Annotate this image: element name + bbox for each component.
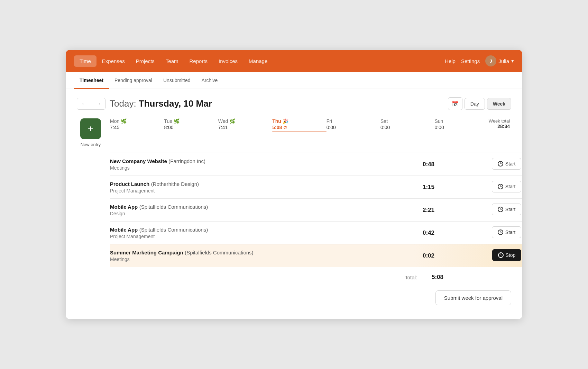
entry-task-4: Project Management xyxy=(110,234,395,239)
start-button-1[interactable]: Start xyxy=(492,158,522,170)
tab-unsubmitted[interactable]: Unsubmitted xyxy=(158,72,196,89)
tab-archive[interactable]: Archive xyxy=(196,72,223,89)
entry-task-1: Meetings xyxy=(110,165,395,171)
date-nav: ← → Today: Thursday, 10 Mar 📅 Day Week xyxy=(77,97,511,110)
week-total-value: 28:34 xyxy=(489,124,510,129)
clock-icon-stop xyxy=(498,252,504,258)
day-name-tue: Tue 🌿 xyxy=(164,118,218,124)
entry-project-5: Summer Marketing Campaign xyxy=(110,250,183,255)
table-row: Mobile App (Spitalfields Communications)… xyxy=(110,222,522,244)
entry-info-2: Product Launch (Rotherhithe Design) Proj… xyxy=(110,176,395,199)
stop-label: Stop xyxy=(506,252,516,258)
nav-item-team[interactable]: Team xyxy=(160,55,184,67)
entry-project-4: Mobile App xyxy=(110,227,138,233)
week-view-button[interactable]: Week xyxy=(487,98,511,110)
clock-icon xyxy=(498,207,503,212)
start-label-2: Start xyxy=(505,184,516,189)
entry-task-5: Meetings xyxy=(110,256,395,262)
date-nav-left: ← → Today: Thursday, 10 Mar xyxy=(77,98,212,110)
entry-actions-3: Start Edit xyxy=(440,199,522,222)
next-week-button[interactable]: → xyxy=(91,98,105,109)
view-toggle: 📅 Day Week xyxy=(448,97,511,110)
nav-items: Time Expenses Projects Team Reports Invo… xyxy=(74,55,445,67)
day-hours-tue: 8:00 xyxy=(164,125,218,130)
start-label-1: Start xyxy=(505,161,516,166)
entry-project-1: New Company Website xyxy=(110,158,167,164)
top-nav: Time Expenses Projects Team Reports Invo… xyxy=(66,50,522,72)
stop-button[interactable]: Stop xyxy=(492,249,522,261)
entry-actions-5: Stop Edit xyxy=(440,244,522,267)
day-name-fri: Fri xyxy=(327,118,380,124)
sub-tabs: Timesheet Pending approval Unsubmitted A… xyxy=(66,72,522,89)
clock-icon xyxy=(498,230,503,235)
total-value: 5:08 xyxy=(423,274,443,281)
entry-project-2: Product Launch xyxy=(110,181,149,187)
day-col-wed: Wed 🌿 7:41 xyxy=(218,118,272,132)
week-total-label: Week total xyxy=(489,118,510,124)
help-link[interactable]: Help xyxy=(445,58,456,64)
day-name-mon: Mon 🌿 xyxy=(110,118,164,124)
plus-button[interactable]: + xyxy=(80,118,101,139)
entry-info-1: New Company Website (Farringdon Inc) Mee… xyxy=(110,153,395,176)
prev-week-button[interactable]: ← xyxy=(77,98,91,109)
day-hours-sun: 0:00 xyxy=(434,125,488,130)
entry-client-4: (Spitalfields Communications) xyxy=(139,227,208,233)
day-col-mon: Mon 🌿 7:45 xyxy=(110,118,164,132)
week-total-col: Week total 28:34 xyxy=(489,118,511,132)
day-hours-sat: 0:00 xyxy=(380,125,434,130)
entry-duration-3: 2:21 xyxy=(395,199,440,222)
entry-actions-4: Start Edit xyxy=(440,222,522,244)
table-row: Summer Marketing Campaign (Spitalfields … xyxy=(110,244,522,267)
day-hours-wed: 7:41 xyxy=(218,125,272,130)
submit-week-button[interactable]: Submit week for approval xyxy=(435,290,511,305)
days-row: Mon 🌿 7:45 Tue 🌿 8:00 Wed 🌿 7:41 Thu 🎉 5… xyxy=(104,118,511,132)
nav-item-reports[interactable]: Reports xyxy=(184,55,213,67)
new-entry-label: New entry xyxy=(81,142,101,147)
entry-actions-2: Start Edit xyxy=(440,176,522,199)
day-col-sun: Sun 0:00 xyxy=(434,118,488,132)
total-label: Total: xyxy=(405,274,417,280)
settings-link[interactable]: Settings xyxy=(461,58,480,64)
entry-task-3: Design xyxy=(110,211,395,216)
tab-pending-approval[interactable]: Pending approval xyxy=(109,72,158,89)
nav-arrows: ← → xyxy=(77,98,105,110)
entry-duration-1: 0:48 xyxy=(395,153,440,176)
entries-table: New Company Website (Farringdon Inc) Mee… xyxy=(110,153,522,267)
user-menu[interactable]: J Julia ▾ xyxy=(485,55,514,66)
day-view-button[interactable]: Day xyxy=(465,98,485,110)
today-label: Today: xyxy=(110,98,139,109)
day-col-thu: Thu 🎉 5:08 ⏱ xyxy=(272,118,326,132)
nav-item-projects[interactable]: Projects xyxy=(130,55,160,67)
today-underline xyxy=(272,132,326,132)
day-col-sat: Sat 0:00 xyxy=(380,118,434,132)
total-row: Total: 5:08 xyxy=(110,267,511,284)
table-row: New Company Website (Farringdon Inc) Mee… xyxy=(110,153,522,176)
start-button-4[interactable]: Start xyxy=(492,226,522,238)
entry-duration-4: 0:42 xyxy=(395,222,440,244)
chevron-down-icon: ▾ xyxy=(511,58,514,64)
new-entry-btn[interactable]: + New entry xyxy=(77,118,104,147)
start-button-3[interactable]: Start xyxy=(492,204,522,215)
nav-item-time[interactable]: Time xyxy=(74,55,97,67)
entry-info-4: Mobile App (Spitalfields Communications)… xyxy=(110,222,395,244)
table-row: Product Launch (Rotherhithe Design) Proj… xyxy=(110,176,522,199)
main-content: ← → Today: Thursday, 10 Mar 📅 Day Week +… xyxy=(66,89,522,319)
entry-client-1: (Farringdon Inc) xyxy=(168,158,205,164)
entry-client-3: (Spitalfields Communications) xyxy=(139,204,208,210)
nav-item-manage[interactable]: Manage xyxy=(243,55,273,67)
tab-timesheet[interactable]: Timesheet xyxy=(74,72,109,89)
submit-section: Submit week for approval xyxy=(110,290,511,305)
app-wrapper: Time Expenses Projects Team Reports Invo… xyxy=(66,50,522,319)
calendar-icon-button[interactable]: 📅 xyxy=(448,97,462,110)
nav-item-expenses[interactable]: Expenses xyxy=(97,55,130,67)
entry-client-2: (Rotherhithe Design) xyxy=(151,181,199,187)
entry-task-2: Project Management xyxy=(110,188,395,194)
day-name-wed: Wed 🌿 xyxy=(218,118,272,124)
avatar: J xyxy=(485,55,496,66)
start-button-2[interactable]: Start xyxy=(492,181,522,192)
entry-actions-1: Start Edit xyxy=(440,153,522,176)
entry-client-5: (Spitalfields Communications) xyxy=(185,250,253,255)
entry-duration-2: 1:15 xyxy=(395,176,440,199)
day-name-sun: Sun xyxy=(434,118,488,124)
nav-item-invoices[interactable]: Invoices xyxy=(213,55,243,67)
